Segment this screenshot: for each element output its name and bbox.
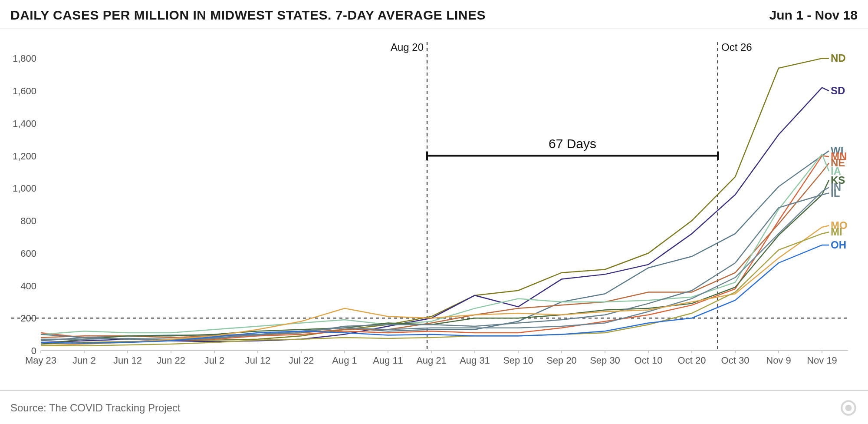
x-tick-label: Jun 12 bbox=[113, 355, 142, 366]
x-tick-label: Jul 12 bbox=[245, 355, 271, 366]
y-tick-label: 1,600 bbox=[13, 86, 36, 96]
chart-header: DAILY CASES PER MILLION IN MIDWEST STATE… bbox=[0, 0, 868, 29]
series-line-IN bbox=[41, 192, 822, 339]
x-tick-label: Aug 1 bbox=[332, 355, 357, 366]
x-tick-label: Aug 31 bbox=[460, 355, 490, 366]
y-tick-label: 600 bbox=[20, 248, 36, 259]
x-tick-label: Oct 20 bbox=[678, 355, 706, 366]
y-tick-label: 400 bbox=[20, 281, 36, 292]
series-label-SD: SD bbox=[831, 85, 845, 96]
series-label-ND: ND bbox=[831, 52, 846, 64]
logo-icon bbox=[839, 399, 858, 417]
svg-point-35 bbox=[845, 405, 852, 411]
y-tick-label: 1,000 bbox=[13, 183, 36, 194]
y-tick-label: 1,200 bbox=[13, 151, 36, 162]
y-tick-label: 800 bbox=[20, 215, 36, 226]
svg-line-23 bbox=[822, 88, 829, 91]
series-line-OH bbox=[41, 245, 822, 343]
svg-line-31 bbox=[822, 225, 829, 227]
chart-svg: 02004006008001,0001,2001,4001,6001,800 M… bbox=[10, 38, 858, 377]
series-line-MI bbox=[41, 234, 822, 346]
x-tick-label: Jul 2 bbox=[204, 355, 224, 366]
x-tick-label: Sep 20 bbox=[546, 355, 577, 366]
x-tick-label: Aug 11 bbox=[373, 355, 403, 366]
x-tick-label: Oct 30 bbox=[721, 355, 750, 366]
chart-footer: Source: The COVID Tracking Project bbox=[0, 391, 868, 424]
series-label-IL: IL bbox=[831, 187, 840, 199]
vline-label-aug20: Aug 20 bbox=[391, 41, 424, 53]
x-tick-label: Jul 22 bbox=[289, 355, 314, 366]
chart-date-range: Jun 1 - Nov 18 bbox=[769, 8, 858, 23]
x-tick-label: Nov 9 bbox=[766, 355, 791, 366]
series-line-SD bbox=[41, 88, 822, 343]
svg-line-24 bbox=[822, 151, 829, 156]
bracket-label: 67 Days bbox=[549, 136, 596, 151]
vline-label-oct26: Oct 26 bbox=[721, 41, 752, 53]
x-tick-label: Sep 10 bbox=[503, 355, 533, 366]
chart-area: 02004006008001,0001,2001,4001,6001,800 M… bbox=[10, 38, 858, 377]
series-label-OH: OH bbox=[831, 239, 846, 251]
y-tick-label: 200 bbox=[20, 313, 36, 324]
series-label-MI: MI bbox=[831, 226, 842, 238]
chart-source: Source: The COVID Tracking Project bbox=[10, 402, 181, 414]
x-tick-label: May 23 bbox=[25, 355, 56, 366]
chart-title: DAILY CASES PER MILLION IN MIDWEST STATE… bbox=[10, 8, 486, 23]
x-tick-label: Oct 10 bbox=[635, 355, 663, 366]
y-tick-label: 1,400 bbox=[13, 118, 36, 129]
y-tick-label: 1,800 bbox=[13, 53, 36, 64]
series-line-ND bbox=[41, 58, 822, 344]
x-tick-label: Aug 21 bbox=[416, 355, 447, 366]
x-tick-label: Jun 2 bbox=[72, 355, 96, 366]
x-tick-label: Nov 19 bbox=[807, 355, 837, 366]
x-tick-label: Sep 30 bbox=[590, 355, 620, 366]
svg-line-32 bbox=[822, 232, 829, 234]
x-tick-label: Jun 22 bbox=[157, 355, 185, 366]
